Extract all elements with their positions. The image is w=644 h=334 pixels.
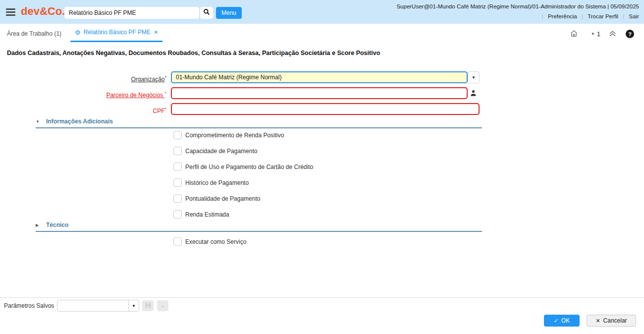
search-input[interactable] (64, 7, 199, 19)
ok-button[interactable]: ✓OK (544, 315, 580, 327)
section-tecnico[interactable]: ▶ Técnico (36, 222, 482, 232)
checkbox-unchecked[interactable] (173, 163, 182, 171)
minus-icon: – (161, 302, 164, 310)
report-title: Dados Cadastrais, Anotações Negativas, D… (7, 50, 380, 56)
logout-link[interactable]: Sair (629, 13, 639, 19)
tab-workspace[interactable]: Área de Trabalho (1) (7, 30, 61, 37)
parceiro-label: Parceiro de Negócios * (3, 87, 166, 99)
section-title: Informações Adicionais (46, 118, 113, 125)
organizacao-dropdown-button[interactable]: ▼ (468, 71, 480, 83)
person-lookup-icon[interactable] (470, 89, 477, 99)
search-icon (203, 8, 210, 17)
close-icon: ✕ (595, 318, 600, 324)
switch-profile-link[interactable]: Trocar Perfil (588, 13, 618, 19)
chevron-down-icon: ▼ (472, 75, 476, 80)
check-icon: ✓ (554, 318, 558, 324)
remove-params-button[interactable]: – (157, 300, 168, 311)
checkbox-unchecked[interactable] (173, 178, 182, 187)
menu-button[interactable]: Menu (216, 7, 242, 19)
chevron-down-icon: ▼ (132, 304, 136, 308)
save-icon (145, 302, 151, 310)
checkbox-unchecked[interactable] (173, 194, 182, 203)
required-marker: * (164, 107, 166, 111)
home-icon[interactable] (570, 30, 578, 40)
cpf-label: CPF* (3, 103, 166, 115)
save-params-button[interactable] (142, 300, 154, 311)
organizacao-label: Organização* (3, 71, 166, 83)
top-bar: dev&Co. Menu SuperUser@01-Mundo Café Mat… (0, 0, 644, 24)
required-marker: * (164, 75, 166, 80)
triangle-right-icon[interactable]: ▶ (36, 223, 42, 227)
saved-params-label: Parâmetros Salvos (4, 302, 54, 309)
session-links: | Preferência | Trocar Perfil | Sair (396, 13, 639, 19)
tab-active-label: Relatório Básico PF PME (84, 29, 151, 36)
collapse-all-icon[interactable] (609, 30, 616, 39)
footer-divider (0, 297, 644, 298)
page-selector[interactable]: ▼1 (591, 30, 600, 38)
checkbox-row[interactable]: Comprometimento de Renda Positivo (173, 131, 284, 139)
hamburger-menu-icon[interactable] (6, 8, 15, 16)
tab-active-report[interactable]: ⚙ Relatório Básico PF PME ✕ (70, 24, 162, 42)
checkbox-unchecked[interactable] (173, 210, 182, 219)
checkbox-unchecked[interactable] (173, 237, 182, 246)
help-icon[interactable]: ? (626, 30, 634, 38)
gear-icon: ⚙ (75, 29, 81, 36)
tab-close-icon[interactable]: ✕ (154, 29, 158, 36)
user-session-info: SuperUser@01-Mundo Café Matriz (Regime N… (396, 3, 639, 9)
chevron-down-icon: ▼ (591, 32, 595, 36)
tab-bar: Área de Trabalho (1) ⚙ Relatório Básico … (0, 24, 644, 44)
preference-link[interactable]: Preferência (548, 13, 577, 19)
organizacao-input[interactable] (171, 71, 468, 83)
checkbox-row[interactable]: Pontualidade de Pagamento (173, 194, 260, 203)
cpf-input[interactable] (171, 103, 480, 115)
section-informacoes-adicionais[interactable]: ▼ Informações Adicionais (36, 118, 482, 128)
checkbox-row[interactable]: Executar como Serviço (173, 237, 246, 246)
section-title: Técnico (46, 222, 68, 228)
search-button[interactable] (200, 7, 213, 19)
checkbox-row[interactable]: Capacidade de Pagamento (173, 147, 257, 155)
checkbox-unchecked[interactable] (173, 147, 182, 155)
checkbox-row[interactable]: Perfil de Uso e Pagamento de Cartão de C… (173, 163, 313, 171)
page-number: 1 (597, 30, 600, 38)
app-logo: dev&Co. (21, 5, 65, 18)
checkbox-row[interactable]: Histórico de Pagamento (173, 178, 249, 187)
checkbox-row[interactable]: Renda Estimada (173, 210, 229, 219)
cancel-button[interactable]: ✕Cancelar (587, 315, 636, 327)
saved-params-dropdown-button[interactable]: ▼ (128, 300, 139, 312)
parceiro-input[interactable] (171, 87, 468, 99)
triangle-down-icon[interactable]: ▼ (36, 119, 42, 124)
checkbox-unchecked[interactable] (173, 131, 182, 139)
saved-params-input[interactable] (57, 300, 129, 312)
required-marker: * (164, 91, 166, 96)
